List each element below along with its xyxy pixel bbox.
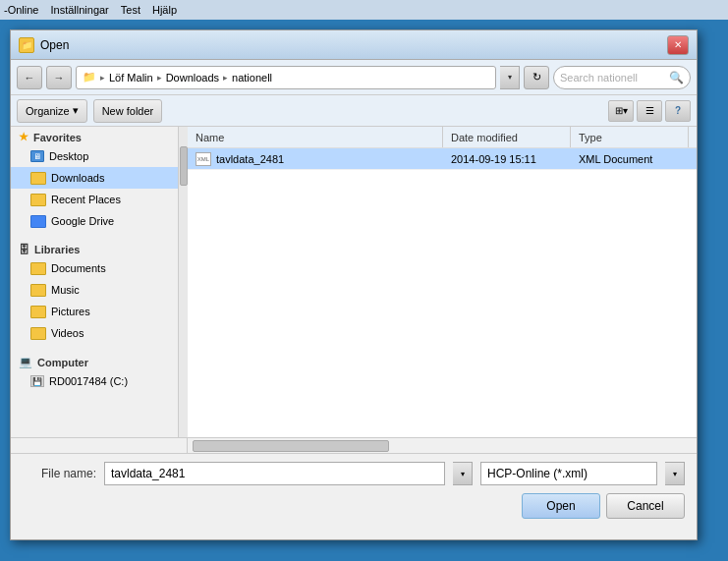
file-row[interactable]: XML tavldata_2481 2014-09-19 15:11 XML D… — [188, 148, 697, 170]
cancel-button[interactable]: Cancel — [606, 493, 685, 519]
sidebar-item-videos[interactable]: Videos — [11, 322, 178, 344]
search-icon[interactable]: 🔍 — [669, 71, 684, 84]
file-name-label: File name: — [23, 467, 96, 480]
desktop-label: Desktop — [49, 150, 88, 162]
dialog-title: Open — [40, 38, 69, 52]
sidebar-item-documents[interactable]: Documents — [11, 257, 178, 279]
open-button[interactable]: Open — [522, 493, 600, 519]
new-folder-button[interactable]: New folder — [93, 99, 163, 123]
file-name-cell[interactable]: XML tavldata_2481 — [188, 152, 443, 166]
favorites-header: ★ Favorites — [11, 127, 178, 145]
libraries-label: Libraries — [34, 244, 80, 255]
sidebar-item-downloads[interactable]: Downloads — [11, 167, 178, 189]
sidebar-scrollbar[interactable] — [178, 127, 188, 437]
path-part-1[interactable]: Löf Malin — [109, 72, 153, 84]
search-placeholder: Search nationell — [560, 72, 638, 84]
sidebar: ★ Favorites 🖥 Desktop Downloads Recent P… — [11, 127, 178, 437]
buttons-row: Open Cancel — [23, 493, 685, 519]
h-scrollbar-area — [11, 437, 697, 453]
main-hscroll[interactable] — [188, 438, 697, 453]
path-part-3[interactable]: nationell — [232, 72, 272, 84]
sidebar-item-pictures[interactable]: Pictures — [11, 301, 178, 322]
help-button[interactable]: ? — [665, 100, 691, 122]
bottom-bar: File name: tavldata_2481 ▾ HCP-Online (*… — [11, 453, 697, 524]
sidebar-item-google-drive[interactable]: Google Drive — [11, 210, 178, 232]
path-part-2[interactable]: Downloads — [166, 72, 219, 84]
xml-file-icon: XML — [196, 152, 211, 166]
folder-icon-small: 📁 — [83, 71, 96, 84]
computer-header: 💻 Computer — [11, 352, 178, 370]
col-header-name[interactable]: Name — [188, 127, 443, 147]
file-name-input[interactable]: tavldata_2481 — [104, 462, 445, 485]
favorites-label: Favorites — [33, 132, 82, 143]
documents-label: Documents — [51, 262, 106, 274]
dialog-title-bar: 📁 Open ✕ — [11, 30, 697, 60]
documents-icon — [30, 262, 46, 275]
col-header-date[interactable]: Date modified — [443, 127, 571, 147]
computer-icon: 💻 — [19, 356, 32, 368]
organize-label: Organize — [26, 105, 70, 117]
path-box[interactable]: 📁 ▸ Löf Malin ▸ Downloads ▸ nationell — [76, 66, 496, 89]
dialog-icon: 📁 — [19, 37, 34, 53]
refresh-button[interactable]: ↻ — [524, 66, 549, 89]
downloads-icon — [30, 172, 46, 185]
pictures-icon — [30, 306, 46, 318]
view-options-button[interactable]: ⊞▾ — [608, 100, 634, 122]
sidebar-wrapper: ★ Favorites 🖥 Desktop Downloads Recent P… — [11, 127, 188, 437]
pictures-label: Pictures — [51, 306, 90, 317]
downloads-label: Downloads — [51, 172, 104, 184]
forward-button[interactable]: → — [46, 66, 72, 89]
videos-label: Videos — [51, 327, 84, 339]
file-list-header: Name Date modified Type — [188, 127, 697, 148]
menu-item-online[interactable]: -Online — [4, 4, 38, 16]
filename-dropdown-arrow[interactable]: ▾ — [453, 462, 473, 485]
organize-dropdown-icon[interactable]: ▾ — [73, 104, 79, 117]
filename-row: File name: tavldata_2481 ▾ HCP-Online (*… — [23, 462, 685, 485]
new-folder-label: New folder — [102, 105, 154, 117]
sidebar-item-recent-places[interactable]: Recent Places — [11, 189, 178, 210]
file-list: Name Date modified Type XML tavldata_248… — [188, 127, 697, 437]
videos-icon — [30, 327, 46, 340]
menu-item-hjalp[interactable]: Hjälp — [152, 4, 177, 16]
file-date-cell: 2014-09-19 15:11 — [443, 153, 571, 165]
sidebar-hscroll[interactable] — [11, 438, 188, 453]
close-button[interactable]: ✕ — [667, 35, 689, 55]
sidebar-scroll-thumb[interactable] — [180, 146, 188, 186]
recent-places-label: Recent Places — [51, 194, 121, 205]
desktop-icon: 🖥 — [30, 150, 44, 162]
path-dropdown[interactable]: ▾ — [500, 66, 520, 89]
open-dialog: 📁 Open ✕ ← → 📁 ▸ Löf Malin ▸ Downloads ▸… — [10, 29, 698, 540]
filetype-dropdown-arrow[interactable]: ▾ — [665, 462, 685, 485]
app-menubar: -Online Inställningar Test Hjälp — [0, 0, 728, 20]
libraries-header: 🗄 Libraries — [11, 240, 178, 257]
toolbar: Organize ▾ New folder ⊞▾ ☰ ? — [11, 95, 697, 127]
computer-label: Computer — [37, 357, 88, 368]
recent-places-icon — [30, 194, 46, 206]
google-drive-label: Google Drive — [51, 215, 114, 227]
sidebar-item-drive-c[interactable]: 💾 RD0017484 (C:) — [11, 370, 178, 392]
col-header-type[interactable]: Type — [571, 127, 689, 147]
file-type-value: HCP-Online (*.xml) — [487, 467, 588, 480]
back-button[interactable]: ← — [17, 66, 42, 89]
search-box[interactable]: Search nationell 🔍 — [553, 66, 691, 89]
organize-button[interactable]: Organize ▾ — [17, 99, 87, 123]
content-area: ★ Favorites 🖥 Desktop Downloads Recent P… — [11, 127, 697, 437]
window-controls: ✕ — [667, 35, 689, 55]
sidebar-item-music[interactable]: Music — [11, 279, 178, 301]
drive-c-icon: 💾 — [30, 375, 44, 387]
google-drive-icon — [30, 215, 46, 228]
menu-item-installningar[interactable]: Inställningar — [50, 4, 108, 16]
star-icon: ★ — [19, 131, 28, 143]
file-name: tavldata_2481 — [216, 153, 284, 165]
music-icon — [30, 284, 46, 297]
address-bar: ← → 📁 ▸ Löf Malin ▸ Downloads ▸ nationel… — [11, 60, 697, 95]
libraries-icon: 🗄 — [19, 244, 29, 255]
details-view-button[interactable]: ☰ — [637, 100, 662, 122]
menu-item-test[interactable]: Test — [121, 4, 140, 16]
drive-c-label: RD0017484 (C:) — [49, 375, 128, 387]
h-scroll-thumb[interactable] — [193, 440, 389, 452]
file-type-select[interactable]: HCP-Online (*.xml) — [480, 462, 657, 485]
sidebar-item-desktop[interactable]: 🖥 Desktop — [11, 145, 178, 167]
music-label: Music — [51, 284, 80, 296]
file-type-cell: XML Document — [571, 153, 689, 165]
